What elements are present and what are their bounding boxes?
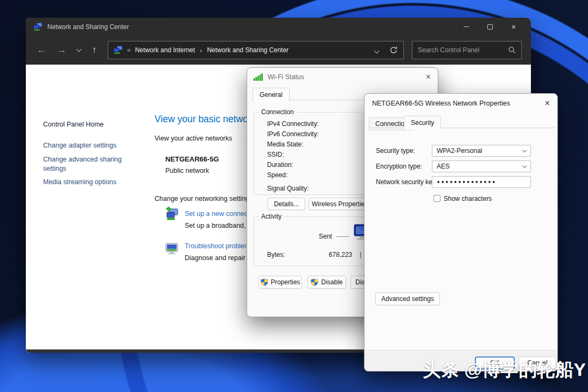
breadcrumb-collapse-icon[interactable]: « <box>127 46 131 54</box>
network-name: NETGEAR66-5G <box>165 155 219 163</box>
change-settings-label: Change your networking settings <box>155 195 253 202</box>
speed-label: Speed: <box>267 171 288 179</box>
breadcrumb-item-network-sharing-center[interactable]: Network and Sharing Center <box>207 46 288 54</box>
bytes-separator: | <box>360 251 361 258</box>
sidebar-item-control-panel-home[interactable]: Control Panel Home <box>43 121 104 128</box>
network-security-key-label: Network security key <box>376 178 436 186</box>
sidebar-item-change-advanced-sharing[interactable]: Change advanced sharing settings <box>43 155 127 173</box>
task-troubleshoot-link[interactable]: Troubleshoot problems <box>185 242 253 250</box>
wireless-properties-button[interactable]: Wireless Properties <box>309 198 371 210</box>
network-app-icon <box>33 23 43 31</box>
tab-security[interactable]: Security <box>404 116 441 130</box>
navigation-toolbar: ← → ↑ « Network and Internet › Network a… <box>26 36 531 65</box>
uac-shield-icon <box>261 278 268 286</box>
desktop: Network and Sharing Center × ← → ↑ « Net… <box>0 0 588 392</box>
active-networks-label: View your active networks <box>155 135 232 142</box>
refresh-icon[interactable] <box>389 46 398 54</box>
recent-pages-chevron-icon[interactable] <box>73 43 84 57</box>
address-dropdown-chevron-icon[interactable] <box>375 45 379 55</box>
wifi-status-titlebar[interactable]: Wi-Fi Status × <box>247 68 438 86</box>
back-button[interactable]: ← <box>34 43 48 57</box>
properties-titlebar[interactable]: NETGEAR66-5G Wireless Network Properties… <box>365 94 557 113</box>
uac-shield-icon <box>311 278 318 286</box>
forward-button[interactable]: → <box>55 43 69 57</box>
tab-general[interactable]: General <box>253 88 290 102</box>
activity-group-label: Activity <box>259 213 284 220</box>
ssid-label: SSID: <box>267 151 284 158</box>
wireless-properties-dialog: NETGEAR66-5G Wireless Network Properties… <box>364 93 558 372</box>
chevron-down-icon <box>522 148 527 152</box>
see-also-heading: See also <box>43 352 69 353</box>
show-characters-checkbox[interactable] <box>433 195 440 202</box>
bytes-sent-value: 678,223 <box>318 251 352 258</box>
security-type-dropdown[interactable]: WPA2-Personal <box>432 145 531 157</box>
breadcrumb-separator-icon: › <box>200 46 202 54</box>
wifi-signal-icon <box>254 73 264 81</box>
connection-group-label: Connection <box>259 108 296 116</box>
ipv6-connectivity-label: IPv6 Connectivity: <box>267 130 319 138</box>
advanced-settings-button[interactable]: Advanced settings <box>375 292 440 305</box>
search-icon[interactable] <box>508 46 516 54</box>
encryption-type-value: AES <box>437 163 450 170</box>
properties-tabline <box>368 128 555 128</box>
media-state-label: Media State: <box>267 141 303 148</box>
search-input[interactable] <box>418 46 508 54</box>
properties-close-icon[interactable]: × <box>545 99 550 108</box>
window-titlebar[interactable]: Network and Sharing Center × <box>26 18 531 36</box>
network-security-key-field[interactable] <box>432 176 531 188</box>
minimize-button[interactable] <box>454 18 478 36</box>
encryption-type-dropdown[interactable]: AES <box>432 160 531 172</box>
network-type: Public network <box>165 167 209 174</box>
sent-dash <box>336 236 349 237</box>
wifi-status-close-icon[interactable]: × <box>426 72 431 82</box>
up-button[interactable]: ↑ <box>87 43 101 57</box>
wifi-properties-button-label: Properties <box>271 278 300 286</box>
search-box[interactable] <box>412 41 522 59</box>
ipv4-connectivity-label: IPv4 Connectivity: <box>267 120 319 128</box>
disable-button[interactable]: Disable <box>307 276 346 289</box>
properties-title: NETGEAR66-5G Wireless Network Properties <box>372 100 510 107</box>
chevron-down-icon <box>522 163 527 167</box>
show-characters-label: Show characters <box>444 195 492 202</box>
disable-button-label: Disable <box>321 278 342 286</box>
troubleshoot-icon <box>165 242 179 255</box>
wifi-properties-button[interactable]: Properties <box>258 276 302 289</box>
details-button[interactable]: Details... <box>268 198 305 210</box>
wifi-status-title: Wi-Fi Status <box>268 73 304 81</box>
window-title: Network and Sharing Center <box>47 23 129 31</box>
signal-quality-label: Signal Quality: <box>267 185 309 192</box>
maximize-button[interactable] <box>478 18 502 36</box>
breadcrumb[interactable]: « Network and Internet › Network and Sha… <box>108 41 404 59</box>
breadcrumb-item-network-and-internet[interactable]: Network and Internet <box>135 46 195 54</box>
close-button[interactable]: × <box>502 18 526 36</box>
sent-label: Sent <box>319 233 332 240</box>
security-type-value: WPA2-Personal <box>437 147 482 155</box>
security-type-label: Security type: <box>376 147 415 155</box>
watermark-text: 头条 @博学的轮船Y <box>423 358 586 382</box>
bytes-label: Bytes: <box>267 251 285 258</box>
setup-connection-icon <box>165 207 180 222</box>
encryption-type-label: Encryption type: <box>376 163 422 170</box>
duration-label: Duration: <box>267 161 293 169</box>
network-breadcrumb-icon <box>114 46 123 54</box>
sidebar-item-change-adapter-settings[interactable]: Change adapter settings <box>43 142 116 149</box>
sidebar-item-media-streaming-options[interactable]: Media streaming options <box>43 178 116 186</box>
